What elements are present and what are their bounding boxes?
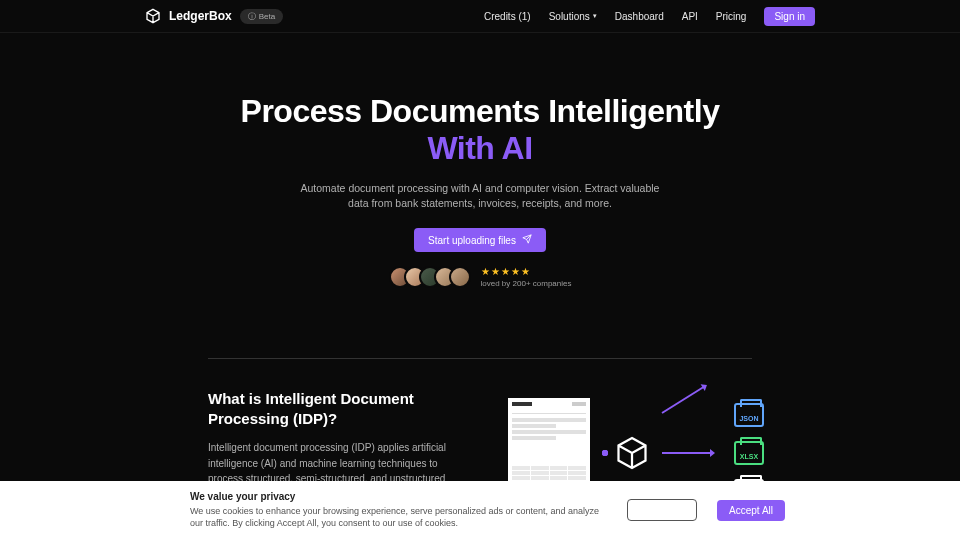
- cookie-body: We use cookies to enhance your browsing …: [190, 505, 607, 530]
- nav-credits[interactable]: Credits (1): [484, 11, 531, 22]
- hero-title-line1: Process Documents Intelligently: [241, 93, 720, 129]
- hero-title: Process Documents Intelligently With AI: [0, 93, 960, 167]
- cookie-accept-button[interactable]: Accept All: [717, 500, 785, 521]
- brand-name: LedgerBox: [169, 9, 232, 23]
- hero-subtitle: Automate document processing with AI and…: [300, 181, 660, 213]
- cookie-reject-button[interactable]: [627, 499, 697, 521]
- send-icon: [522, 234, 532, 246]
- hero-section: Process Documents Intelligently With AI …: [0, 33, 960, 318]
- loved-by-text: loved by 200+ companies: [481, 279, 572, 288]
- nav-solutions[interactable]: Solutions ▾: [549, 11, 597, 22]
- social-proof: ★★★★★ loved by 200+ companies: [0, 266, 960, 288]
- rating-wrap: ★★★★★ loved by 200+ companies: [481, 266, 572, 288]
- avatar-stack: [389, 266, 471, 288]
- cta-label: Start uploading files: [428, 235, 516, 246]
- avatar: [449, 266, 471, 288]
- star-icons: ★★★★★: [481, 266, 572, 277]
- nav-solutions-label: Solutions: [549, 11, 590, 22]
- nav-pricing[interactable]: Pricing: [716, 11, 747, 22]
- chevron-down-icon: ▾: [593, 12, 597, 20]
- hero-title-line2: With AI: [0, 130, 960, 167]
- cube-logo-icon: [145, 8, 161, 24]
- nav-left: LedgerBox ⓘ Beta: [145, 8, 283, 24]
- cookie-title: We value your privacy: [190, 491, 607, 502]
- top-nav: LedgerBox ⓘ Beta Credits (1) Solutions ▾…: [0, 0, 960, 33]
- signin-button[interactable]: Sign in: [764, 7, 815, 26]
- nav-dashboard[interactable]: Dashboard: [615, 11, 664, 22]
- idp-title: What is Intelligent Document Processing …: [208, 389, 468, 428]
- xlsx-file-icon: XLSX: [734, 441, 764, 465]
- json-file-icon: JSON: [734, 403, 764, 427]
- nav-right: Credits (1) Solutions ▾ Dashboard API Pr…: [484, 7, 815, 26]
- cube-icon: [614, 435, 650, 471]
- cookie-banner: We value your privacy We use cookies to …: [0, 481, 960, 540]
- nav-api[interactable]: API: [682, 11, 698, 22]
- info-icon: ⓘ: [248, 11, 256, 22]
- beta-badge: ⓘ Beta: [240, 9, 283, 24]
- beta-label: Beta: [259, 12, 275, 21]
- start-uploading-button[interactable]: Start uploading files: [414, 228, 546, 252]
- cookie-text: We value your privacy We use cookies to …: [190, 491, 607, 530]
